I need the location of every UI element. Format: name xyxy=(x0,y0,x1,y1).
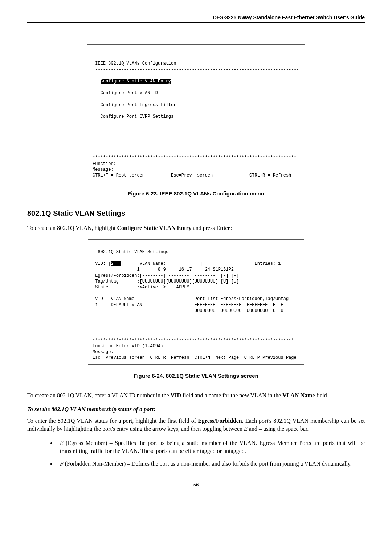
term2-rule: ----------------------------------------… xyxy=(93,255,294,260)
figure-caption-2: Figure 6-24. 802.1Q Static VLAN Settings… xyxy=(27,373,365,379)
paragraph-3: To enter the 802.1Q VLAN status for a po… xyxy=(27,417,365,433)
term2-footer: Esc= Previous screen CTRL+R= Refresh CTR… xyxy=(93,355,297,360)
p2e: field. xyxy=(315,392,328,398)
term1-menu4: Configure Port GVRP Settings xyxy=(101,114,174,119)
b1a: E xyxy=(60,440,64,446)
terminal-screenshot-1: IEEE 802.1Q VLANs Configuration --------… xyxy=(87,44,305,183)
b2b: (Forbidden Non-Member) – Defines the por… xyxy=(64,461,352,467)
term2-l1b: ] VLAN Name:[ ] Entries: 1 xyxy=(121,261,281,266)
term2-l2: 1 8 9 16 17 24 S1P1S1P2 xyxy=(93,267,234,272)
footer-rule xyxy=(27,479,365,479)
term1-rule: ----------------------------------------… xyxy=(95,67,299,72)
p1d: Enter xyxy=(216,225,230,231)
terminal-screenshot-2: 802.1Q Static VLAN Settings ------------… xyxy=(87,239,305,366)
figure-caption-1: Figure 6-23. IEEE 802.1Q VLANs Configura… xyxy=(27,190,365,197)
page-header: DES-3226 NWay Standalone Fast Ethernet S… xyxy=(27,15,365,22)
page-number: 56 xyxy=(27,482,365,488)
paragraph-2: To create an 802.1Q VLAN, enter a VLAN I… xyxy=(27,392,365,400)
p3e: and – using the space bar. xyxy=(248,426,309,432)
term1-menu2: Configure Port VLAN ID xyxy=(101,90,158,96)
p1c: and press xyxy=(192,225,216,231)
p2a: To create an 802.1Q VLAN, enter a VLAN I… xyxy=(27,392,171,398)
term2-func: Function:Enter VID (1-4094): xyxy=(93,344,166,349)
subheading-italic: To set the 802.1Q VLAN membership status… xyxy=(27,406,365,413)
term2-l5: State :<Active > APPLY xyxy=(93,285,189,290)
term2-l7: 1 DEFAULT_VLAN EEEEEEEE EEEEEEEE EEEEEEE… xyxy=(93,303,283,308)
term2-stars: ****************************************… xyxy=(93,338,294,343)
term2-l1inv: 2 xyxy=(111,261,121,266)
term1-title: IEEE 802.1Q VLANs Configuration xyxy=(95,61,176,66)
p2d: VLAN Name xyxy=(282,392,315,398)
p1b: Configure Static VLAN Entry xyxy=(117,225,191,231)
p3b: Egress/Forbidden xyxy=(198,418,242,424)
term2-msg: Message: xyxy=(93,349,114,355)
term2-l1a: VID: [ xyxy=(93,261,111,266)
term2-l3: Egress/Forbidden:[--------][--------][--… xyxy=(93,273,239,278)
p3a: To enter the 802.1Q VLAN status for a po… xyxy=(27,418,198,424)
bullet-list: E (Egress Member) – Specifies the port a… xyxy=(27,439,365,468)
section-heading: 802.1Q Static VLAN Settings xyxy=(27,209,365,218)
term1-menu3: Configure Port Ingress Filter xyxy=(101,102,176,108)
term1-menu-highlight: Configure Static VLAN Entry xyxy=(101,79,171,84)
p3d: E xyxy=(244,426,248,432)
b1b: (Egress Member) – Specifies the port as … xyxy=(60,440,365,454)
term1-func: Function: xyxy=(93,161,116,166)
term2-rule2: ----------------------------------------… xyxy=(93,291,294,296)
bullet-1: E (Egress Member) – Specifies the port a… xyxy=(56,439,365,455)
b2a: F xyxy=(60,461,64,467)
term1-msg: Message: xyxy=(93,167,114,172)
p2b: VID xyxy=(171,392,181,398)
bullet-2: F (Forbidden Non-Member) – Defines the p… xyxy=(56,460,365,468)
intro-paragraph-1: To create an 802.1Q VLAN, highlight Conf… xyxy=(27,224,365,232)
term2-l6: VID VLAN Name Port List-Egress/Forbidden… xyxy=(93,296,289,301)
p2c: field and a name for the new VLAN in the xyxy=(181,392,282,398)
term2-title: 802.1Q Static VLAN Settings xyxy=(93,250,168,255)
term1-footer: CTRL+T = Root screen Esc=Prev. screen CT… xyxy=(93,173,291,178)
term2-l8: UUUUUUUU UUUUUUUU UUUUUUUU U U xyxy=(93,308,283,313)
p1e: : xyxy=(230,225,232,231)
header-rule xyxy=(27,22,365,23)
p1a: To create an 802.1Q VLAN, highlight xyxy=(27,225,117,231)
term1-stars: ****************************************… xyxy=(93,155,297,160)
term2-l4: Tag/Untag :[UUUUUUUU][UUUUUUUU][UUUUUUUU… xyxy=(93,279,239,284)
